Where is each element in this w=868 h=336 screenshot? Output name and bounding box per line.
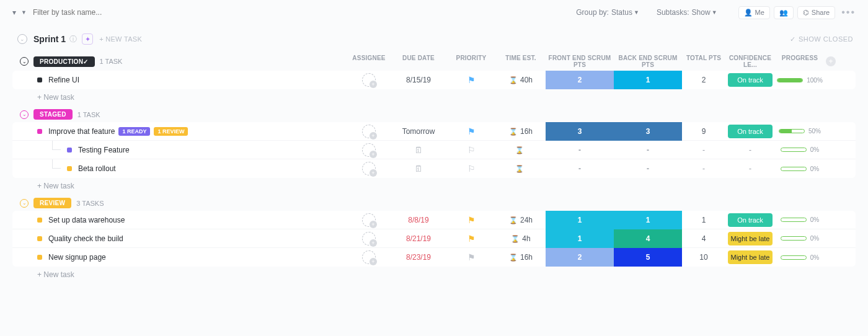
assignee-cell[interactable] [347, 122, 391, 141]
front-end-pts-cell[interactable]: 1 [546, 211, 614, 229]
due-date-cell[interactable]: 8/15/19 [391, 71, 446, 89]
group-by-control[interactable]: Group by: Status ▼ [576, 8, 645, 17]
total-pts-cell[interactable]: - [682, 141, 725, 159]
front-end-pts-cell[interactable]: 3 [546, 122, 614, 141]
show-closed-toggle[interactable]: ✓ SHOW CLOSED [790, 35, 853, 43]
task-title-cell[interactable]: Testing Feature [12, 146, 347, 154]
subtasks-control[interactable]: Subtasks: Show ▼ [657, 8, 724, 17]
assignee-cell[interactable] [347, 248, 391, 267]
column-header[interactable]: ASSIGNEE [347, 55, 391, 68]
confidence-pill[interactable]: On track [728, 213, 773, 227]
column-header[interactable]: PROGRESS [775, 55, 825, 68]
task-title-cell[interactable]: Refine UI [12, 76, 347, 84]
group-collapse-toggle[interactable]: ⌄ [20, 110, 29, 119]
total-pts-cell[interactable]: 4 [682, 229, 725, 248]
task-title-cell[interactable]: Improve that feature1 READY1 REVIEW [12, 127, 347, 136]
column-header[interactable]: PRIORITY [446, 55, 496, 68]
task-name[interactable]: Testing Feature [78, 146, 130, 154]
task-name[interactable]: Improve that feature [48, 127, 115, 136]
front-end-pts-cell[interactable]: 1 [546, 229, 614, 248]
assignee-avatar[interactable] [362, 162, 376, 175]
group-collapse-toggle[interactable]: ⌄ [20, 57, 29, 66]
priority-cell[interactable]: ⚑ [446, 229, 496, 248]
new-task-button[interactable]: + New task [12, 178, 856, 190]
group-status-pill[interactable]: REVIEW [33, 198, 71, 208]
confidence-cell[interactable]: On track [725, 71, 775, 89]
task-name[interactable]: Quality check the build [48, 234, 123, 243]
confidence-cell[interactable]: On track [725, 211, 775, 229]
subtask-tag[interactable]: 1 REVIEW [154, 127, 188, 136]
status-square-icon[interactable] [37, 218, 42, 223]
due-date-cell[interactable]: 8/8/19 [391, 211, 446, 229]
filter-icon[interactable]: ▾ [12, 8, 16, 17]
task-row[interactable]: Refine UI8/15/19⚑⌛40h212On track100% [12, 71, 856, 89]
status-square-icon[interactable] [37, 77, 42, 82]
status-square-icon[interactable] [37, 129, 42, 134]
time-estimate-cell[interactable]: ⌛40h [496, 71, 546, 89]
task-row[interactable]: Improve that feature1 READY1 REVIEWTomor… [12, 122, 856, 141]
back-end-pts-cell[interactable]: - [614, 159, 682, 178]
me-button[interactable]: 👤 Me [738, 6, 770, 19]
column-header[interactable]: DUE DATE [391, 55, 446, 68]
time-estimate-cell[interactable]: ⌛ [496, 141, 546, 159]
due-date-cell[interactable]: 🗓 [391, 159, 446, 178]
back-end-pts-cell[interactable]: 1 [614, 211, 682, 229]
subtask-tag[interactable]: 1 READY [118, 127, 150, 136]
share-button[interactable]: ⌬ Share [797, 6, 835, 19]
total-pts-cell[interactable]: - [682, 159, 725, 178]
back-end-pts-cell[interactable]: - [614, 141, 682, 159]
time-estimate-cell[interactable]: ⌛4h [496, 229, 546, 248]
confidence-cell[interactable]: Might be late [725, 229, 775, 248]
task-name[interactable]: Beta rollout [78, 164, 116, 173]
filter-input[interactable] [33, 8, 281, 17]
assignee-avatar[interactable] [362, 250, 376, 264]
front-end-pts-cell[interactable]: 2 [546, 248, 614, 267]
chevron-down-icon[interactable]: ▼ [21, 9, 27, 15]
task-title-cell[interactable]: Quality check the build [12, 234, 347, 243]
assignee-cell[interactable] [347, 229, 391, 248]
confidence-cell[interactable]: - [725, 159, 775, 178]
status-square-icon[interactable] [67, 148, 72, 153]
group-collapse-toggle[interactable]: ⌄ [20, 199, 29, 208]
column-header[interactable]: CONFIDENCE LE... [725, 55, 775, 68]
front-end-pts-cell[interactable]: - [546, 159, 614, 178]
status-square-icon[interactable] [37, 236, 42, 241]
time-estimate-cell[interactable]: ⌛16h [496, 248, 546, 267]
assignee-avatar[interactable] [362, 232, 376, 245]
priority-cell[interactable]: ⚐ [446, 141, 496, 159]
task-row[interactable]: Quality check the build8/21/19⚑⌛4h144Mig… [12, 229, 856, 248]
priority-cell[interactable]: ⚑ [446, 248, 496, 267]
time-estimate-cell[interactable]: ⌛16h [496, 122, 546, 141]
collapse-toggle[interactable]: ⌄ [17, 34, 27, 44]
confidence-pill[interactable]: On track [728, 73, 773, 87]
assignee-avatar[interactable] [362, 213, 376, 227]
back-end-pts-cell[interactable]: 4 [614, 229, 682, 248]
task-row[interactable]: Beta rollout🗓⚐⌛----0% [12, 159, 856, 178]
back-end-pts-cell[interactable]: 5 [614, 248, 682, 267]
ai-sparkle-icon[interactable]: ✦ [82, 33, 93, 45]
status-square-icon[interactable] [67, 166, 72, 171]
confidence-pill[interactable]: Might be late [728, 232, 773, 245]
total-pts-cell[interactable]: 9 [682, 122, 725, 141]
confidence-cell[interactable]: Might be late [725, 248, 775, 267]
more-icon[interactable]: ••• [841, 7, 856, 18]
column-header[interactable]: FRONT END SCRUM PTS [546, 55, 614, 68]
confidence-pill[interactable]: Might be late [728, 250, 773, 264]
task-title-cell[interactable]: Set up data warehouse [12, 216, 347, 224]
due-date-cell[interactable]: Tomorrow [391, 122, 446, 141]
time-estimate-cell[interactable]: ⌛24h [496, 211, 546, 229]
task-title-cell[interactable]: New signup page [12, 253, 347, 262]
new-task-button[interactable]: + New task [12, 267, 856, 279]
confidence-pill[interactable]: On track [728, 125, 773, 138]
priority-cell[interactable]: ⚑ [446, 122, 496, 141]
front-end-pts-cell[interactable]: 2 [546, 71, 614, 89]
task-name[interactable]: New signup page [48, 253, 106, 262]
priority-cell[interactable]: ⚐ [446, 159, 496, 178]
back-end-pts-cell[interactable]: 3 [614, 122, 682, 141]
assignee-avatar[interactable] [362, 143, 376, 157]
task-row[interactable]: New signup page8/23/19⚑⌛16h2510Might be … [12, 248, 856, 267]
new-task-button[interactable]: + NEW TASK [99, 35, 142, 43]
front-end-pts-cell[interactable]: - [546, 141, 614, 159]
time-estimate-cell[interactable]: ⌛ [496, 159, 546, 178]
assignees-button[interactable]: 👥 [774, 6, 794, 19]
